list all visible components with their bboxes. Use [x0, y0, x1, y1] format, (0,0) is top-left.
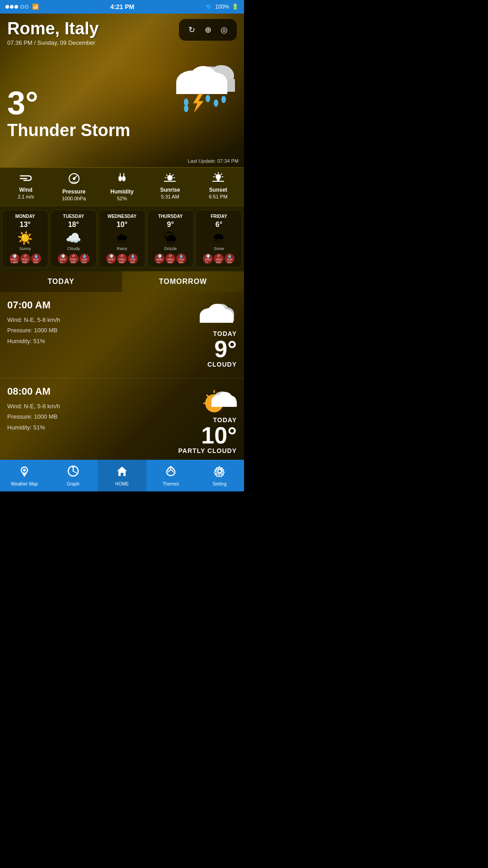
sunrise-value: 5:31 AM: [161, 194, 179, 199]
sunrise-icon: [163, 172, 177, 185]
svg-line-37: [221, 174, 222, 175]
svg-point-9: [184, 105, 188, 112]
nav-graph-label: Graph: [67, 481, 80, 486]
svg-point-32: [216, 174, 221, 179]
forecast-monday: MONDAY 13° ☀️ Sunny 💨WIND2.1M/S ⏱PRES100…: [2, 210, 48, 268]
last-update: Last Update: 07:34 PM: [188, 158, 239, 164]
home-icon: [116, 465, 128, 480]
forecast-tuesday: TUESDAY 18° ☁️ Cloudy 💨WIND2.1 ⏱PRES1000…: [50, 210, 97, 268]
nav-home[interactable]: HOME: [98, 460, 146, 491]
svg-marker-68: [72, 466, 75, 469]
hero-top: Rome, Italy 07.36 PM / Sunday, 09 Decemb…: [0, 14, 244, 46]
nav-themes-label: Themes: [163, 481, 179, 486]
humidity-label: Humidity: [110, 189, 133, 195]
sunset-value: 6:51 PM: [209, 194, 227, 199]
stat-sunrise: Sunrise 5:31 AM: [146, 172, 194, 201]
svg-marker-69: [117, 467, 127, 476]
wifi-icon: 📶: [32, 4, 39, 10]
stats-bar: Wind 2.1 m/s Pressure 1000.0hPa Humidity…: [0, 167, 244, 206]
svg-point-12: [221, 96, 226, 103]
time-1: 07:00 AM: [7, 299, 161, 311]
current-temp: 3°: [7, 87, 130, 119]
nav-themes[interactable]: Themes: [146, 460, 195, 491]
settings-icon: [214, 465, 225, 480]
nav-graph[interactable]: Graph: [49, 460, 98, 491]
sunset-icon: [211, 172, 225, 185]
monday-pressure: ⏱PRES1000: [20, 254, 30, 264]
sunset-label: Sunset: [209, 187, 227, 193]
battery-percent: 100%: [215, 4, 229, 10]
detail-entry-1: 07:00 AM Wind: N-E, 5-8 km/h Pressure: 1…: [0, 292, 244, 378]
current-condition: Thunder Storm: [7, 121, 130, 140]
detail-right-2: TODAY 10° PARTLY CLOUDY: [164, 378, 237, 460]
search-button[interactable]: ⊕: [201, 23, 215, 37]
sunrise-label: Sunrise: [160, 187, 180, 193]
wind-icon: [19, 172, 32, 185]
svg-point-62: [23, 469, 26, 472]
svg-marker-7: [193, 94, 203, 112]
status-left: 📶: [5, 4, 39, 10]
status-right: 🔷 100% 🔋: [206, 4, 239, 10]
bluetooth-icon: 🔷: [206, 4, 212, 10]
humidity-value: 52%: [117, 196, 127, 201]
monday-wind: 💨WIND2.1M/S: [9, 254, 19, 264]
current-weather: 3° Thunder Storm: [7, 87, 130, 140]
status-time: 4:21 PM: [110, 3, 134, 10]
svg-line-52: [206, 395, 208, 396]
battery-icon: 🔋: [232, 4, 239, 10]
hero-location: Rome, Italy 07.36 PM / Sunday, 09 Decemb…: [7, 19, 99, 46]
wind-value: 2.1 m/s: [18, 194, 34, 199]
pressure-icon: [68, 172, 80, 187]
svg-line-67: [73, 471, 76, 473]
weather-icon: [163, 54, 235, 115]
tab-today[interactable]: TODAY: [0, 271, 122, 292]
svg-line-27: [166, 175, 168, 176]
graph-icon: [67, 465, 79, 480]
svg-rect-48: [200, 316, 233, 323]
stat-humidity: Humidity 52%: [98, 172, 146, 201]
svg-marker-64: [22, 473, 27, 477]
time-2: 08:00 AM: [7, 386, 161, 397]
svg-rect-60: [211, 401, 237, 407]
location-button[interactable]: ◎: [217, 23, 231, 37]
detail-section: TODAY TOMORROW 07:00 AM Wind: N-E, 5-8 k…: [0, 271, 244, 460]
detail-info-1: Wind: N-E, 5-8 km/h Pressure: 1000 MB Hu…: [7, 315, 161, 346]
tab-tomorrow[interactable]: TOMORROW: [122, 271, 244, 292]
themes-icon: [165, 465, 177, 480]
nav-weather-map[interactable]: Weather Map: [0, 460, 49, 491]
svg-point-10: [206, 95, 210, 102]
city-name: Rome, Italy: [7, 19, 99, 38]
refresh-button[interactable]: ↻: [184, 23, 199, 37]
nav-home-label: HOME: [115, 481, 129, 486]
bottom-nav: Weather Map Graph HOME The: [0, 460, 244, 491]
detail-left-2: 08:00 AM Wind: N-E, 5-8 km/h Pressure: 1…: [7, 378, 164, 460]
datetime: 07.36 PM / Sunday, 09 December: [7, 39, 99, 46]
svg-point-20: [122, 176, 126, 181]
nav-weather-map-label: Weather Map: [11, 481, 38, 486]
stat-pressure: Pressure 1000.0hPa: [50, 172, 98, 201]
svg-line-17: [74, 176, 77, 179]
svg-point-11: [214, 99, 218, 107]
humidity-icon: [117, 172, 127, 187]
detail-info-2: Wind: N-E, 5-8 km/h Pressure: 1000 MB Hu…: [7, 401, 161, 433]
weather-map-icon: [19, 465, 30, 480]
wind-label: Wind: [19, 187, 33, 193]
detail-left-1: 07:00 AM Wind: N-E, 5-8 km/h Pressure: 1…: [7, 292, 164, 373]
hero-section: Rome, Italy 07.36 PM / Sunday, 09 Decemb…: [0, 14, 244, 167]
nav-settings[interactable]: Setting: [195, 460, 244, 491]
nav-settings-label: Setting: [212, 481, 226, 486]
status-bar: 📶 4:21 PM 🔷 100% 🔋: [0, 0, 244, 14]
forecast-friday: FRIDAY 6° 🌨 Snow 💨WIND2.1 ⏱PRES1000 💧HUM…: [196, 210, 242, 268]
svg-line-36: [215, 174, 216, 175]
svg-point-8: [184, 99, 188, 106]
pressure-value: 1000.0hPa: [62, 196, 86, 201]
detail-right-1: TODAY 9° CLOUDY: [164, 292, 237, 373]
svg-point-19: [118, 176, 122, 181]
forecast-wednesday: WEDNESDAY 10° 🌧 Rainy 💨WIND2.1 ⏱PRES1000…: [99, 210, 145, 268]
monday-humidity: 💧HUM52%: [31, 254, 41, 264]
forecast-days: MONDAY 13° ☀️ Sunny 💨WIND2.1M/S ⏱PRES100…: [0, 206, 244, 271]
pressure-label: Pressure: [62, 189, 85, 195]
forecast-thursday: THURSDAY 9° 🌦 Drizzle 💨WIND2.1 ⏱PRES1000…: [147, 210, 194, 268]
detail-tabs: TODAY TOMORROW: [0, 271, 244, 292]
svg-rect-6: [176, 82, 227, 94]
